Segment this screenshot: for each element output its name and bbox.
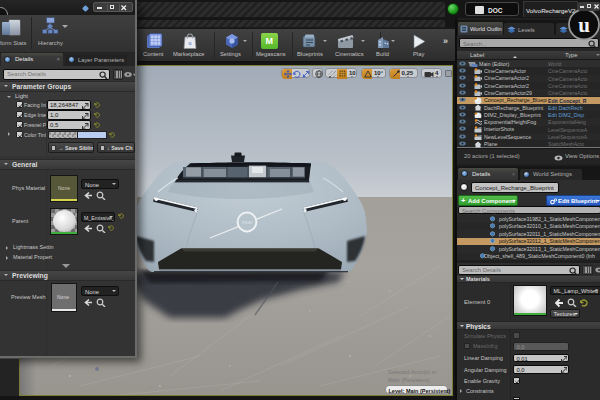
svg-text:u: u bbox=[189, 40, 192, 46]
svg-text:u: u bbox=[578, 13, 590, 37]
svg-text:VOLVO: VOLVO bbox=[242, 221, 253, 225]
